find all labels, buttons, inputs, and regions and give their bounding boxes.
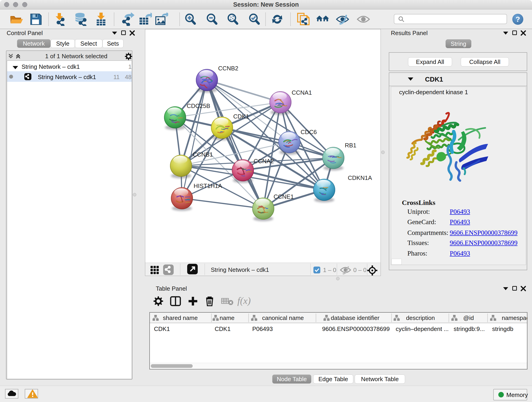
svg-text:CDKN1A: CDKN1A	[348, 174, 372, 181]
svg-text:CDC6: CDC6	[301, 128, 317, 135]
svg-text:CCNA2: CCNA2	[254, 158, 274, 165]
svg-text:CCNB2: CCNB2	[218, 65, 238, 72]
svg-text:CCNE1: CCNE1	[273, 193, 294, 200]
svg-text:CCNA1: CCNA1	[292, 89, 312, 96]
svg-text:CDC25B: CDC25B	[187, 102, 210, 109]
svg-text:RB1: RB1	[345, 142, 356, 149]
svg-text:CDK1: CDK1	[233, 113, 249, 120]
svg-text:CCNB1: CCNB1	[193, 151, 213, 158]
svg-text:HIST1H1A: HIST1H1A	[194, 182, 222, 189]
